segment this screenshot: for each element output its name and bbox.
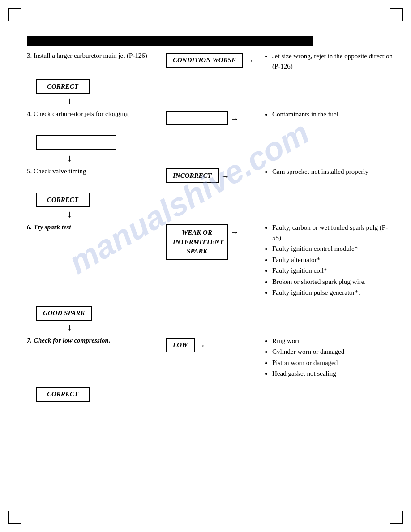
section-7-step: 7. Check for low compression. [27,336,166,345]
section-3-step: 3. Install a larger carburetor main jet … [27,51,166,60]
top-bar [27,36,313,46]
bullet-item: Ring worn [272,336,394,346]
section-3-down-arrow: ↓ [27,94,394,107]
section-4-row: 4. Check carbureator jets for clogging →… [27,107,394,130]
section-5-bullets: Cam sprocket not installed properly [264,167,394,177]
section-7-arrow: → [197,340,206,351]
section-3-result-area: CORRECT [27,74,394,94]
section-4-branch-box [166,111,228,125]
section-7-right: Ring worn Cylinder worn or damaged Pisto… [264,336,394,380]
section-6-arrow: → [230,227,239,237]
section-7-center: LOW → [166,336,264,352]
bullet-item: Faulty ignition coil* [272,266,394,276]
bullet-item: Piston worn or damaged [272,358,394,368]
section-3-branch-box: CONDITION WORSE [166,53,243,68]
bullet-item: Cam sprocket not installed properly [272,167,394,177]
bullet-item: Jet size wrong, rejet in the opposite di… [272,51,394,71]
section-6-row: 6. Try spark test WEAK OR INTERMITTENT S… [27,221,394,300]
section-3-center: CONDITION WORSE → [166,51,264,68]
section-4-center: → [166,109,264,125]
bullet-item: Contaminants in the fuel [272,109,394,120]
corner-tl [8,8,21,21]
section-3-arrow: → [245,56,254,66]
bullet-item: Faulty ignition pulse generator*. [272,287,394,298]
page: manualshive.com 3. Install a larger carb… [0,0,411,532]
section-6-center: WEAK OR INTERMITTENT SPARK → [166,223,264,260]
section-4-step: 4. Check carbureator jets for clogging [27,109,166,119]
section-4-left: 4. Check carbureator jets for clogging [27,109,166,119]
section-7-bullets: Ring worn Cylinder worn or damaged Pisto… [264,336,394,379]
section-5-branch-wrapper: INCORRECT → [166,168,231,183]
section-6-left: 6. Try spark test [27,223,166,232]
section-4-result-area [27,130,394,151]
section-4-branch-wrapper: → [166,111,241,125]
section-7-row: 7. Check for low compression. LOW → Ring… [27,334,394,382]
section-3-result-box: CORRECT [36,79,90,94]
bullet-item: Faulty ignition control module* [272,244,394,254]
section-5-result-box: CORRECT [36,193,90,207]
section-6-result-area: GOOD SPARK [27,300,394,321]
section-6-down-arrow: ↓ [27,321,394,334]
section-3-branch-wrapper: CONDITION WORSE → [166,53,256,68]
corner-br [390,511,403,524]
section-3-right: Jet size wrong, rejet in the opposite di… [264,51,394,72]
section-7-left: 7. Check for low compression. [27,336,166,345]
section-7-branch-wrapper: LOW → [166,338,207,352]
section-7-branch-box: LOW [166,338,195,352]
corner-tr [390,8,403,21]
bullet-item: Broken or shorted spark plug wire. [272,277,394,287]
section-6-right: Faulty, carbon or wet fouled spark pulg … [264,223,394,299]
section-6-branch-box: WEAK OR INTERMITTENT SPARK [166,224,228,260]
section-5-right: Cam sprocket not installed properly [264,167,394,178]
section-5-arrow: → [221,171,230,181]
section-5-result-area: CORRECT [27,187,394,207]
section-3-left: 3. Install a larger carburetor main jet … [27,51,166,60]
corner-bl [8,511,21,524]
section-5-branch-box: INCORRECT [166,168,219,183]
section-6-bullets: Faulty, carbon or wet fouled spark pulg … [264,223,394,298]
section-4-down-arrow: ↓ [27,151,394,165]
bullet-item: Faulty, carbon or wet fouled spark pulg … [272,223,394,243]
section-7-result-box: CORRECT [36,387,90,402]
main-content: 3. Install a larger carburetor main jet … [27,49,394,402]
section-3-bullets: Jet size wrong, rejet in the opposite di… [264,51,394,71]
section-6-result-box: GOOD SPARK [36,306,92,321]
section-6-step: 6. Try spark test [27,223,166,232]
section-4-result-box [36,135,116,150]
section-7-result-area: CORRECT [27,382,394,402]
section-5-row: 5. Check valve timing INCORRECT → Cam sp… [27,165,394,187]
section-5-left: 5. Check valve timing [27,167,166,176]
bullet-item: Head gasket not sealing [272,369,394,379]
bullet-item: Cylinder worn or damaged [272,347,394,357]
section-6-branch-wrapper: WEAK OR INTERMITTENT SPARK → [166,224,241,260]
section-5-step: 5. Check valve timing [27,167,166,176]
section-5-center: INCORRECT → [166,167,264,183]
section-4-right: Contaminants in the fuel [264,109,394,120]
bullet-item: Faulty alternator* [272,255,394,265]
section-3-row: 3. Install a larger carburetor main jet … [27,49,394,74]
section-4-arrow: → [230,114,239,124]
section-5-down-arrow: ↓ [27,207,394,221]
section-4-bullets: Contaminants in the fuel [264,109,394,120]
